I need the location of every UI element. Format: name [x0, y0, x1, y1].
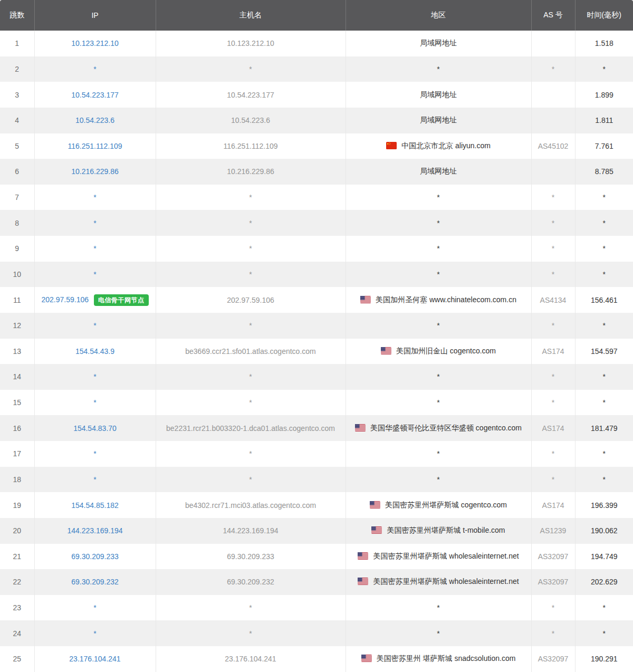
- region-cell: 局域网地址: [346, 82, 531, 108]
- hop-cell: 23: [0, 595, 34, 621]
- region-text: 美国密苏里州 堪萨斯城 snadcsolution.com: [377, 654, 516, 663]
- us-flag-icon: [361, 655, 372, 662]
- ip-link[interactable]: 154.54.43.9: [75, 347, 114, 356]
- ip-cell: 10.216.229.86: [34, 159, 156, 185]
- table-row: 13154.54.43.9be3669.ccr21.sfo01.atlas.co…: [0, 339, 633, 364]
- table-row: 610.216.229.8610.216.229.86局域网地址8.785: [0, 159, 633, 185]
- region-cell: *: [346, 390, 531, 416]
- table-row: 2523.176.104.24123.176.104.241美国密苏里州 堪萨斯…: [0, 646, 633, 672]
- hop-cell: 15: [0, 390, 34, 416]
- hostname-cell: 10.54.223.177: [156, 82, 346, 108]
- ip-link[interactable]: 69.30.209.232: [71, 578, 119, 586]
- latency-cell: *: [575, 185, 633, 210]
- ip-asterisk: *: [93, 65, 96, 73]
- hop-cell: 10: [0, 262, 34, 287]
- ip-cell: 116.251.112.109: [34, 133, 156, 159]
- hostname-cell: 10.54.223.6: [156, 108, 346, 133]
- hostname-cell: 116.251.112.109: [156, 133, 346, 159]
- ip-cell: *: [34, 467, 156, 493]
- hop-cell: 8: [0, 210, 34, 236]
- column-header-hop: 跳数: [0, 0, 34, 31]
- region-cell: *: [346, 467, 531, 493]
- ip-cell: 154.54.43.9: [34, 339, 156, 364]
- latency-cell: 7.761: [575, 133, 633, 159]
- latency-cell: *: [575, 56, 633, 82]
- ip-asterisk: *: [93, 372, 96, 381]
- hostname-cell: *: [156, 441, 346, 467]
- ip-link[interactable]: 154.54.85.182: [71, 501, 119, 510]
- ip-asterisk: *: [93, 603, 96, 612]
- ip-link[interactable]: 10.54.223.6: [75, 116, 114, 124]
- region-text: 局域网地址: [420, 39, 457, 47]
- region-cell: 美国密苏里州堪萨斯城 cogentco.com: [346, 492, 531, 518]
- ip-link[interactable]: 10.123.212.10: [71, 39, 119, 47]
- us-flag-icon: [355, 424, 366, 431]
- column-header-asn: AS 号: [531, 0, 575, 31]
- region-text: 局域网地址: [420, 90, 457, 99]
- ip-link[interactable]: 69.30.209.233: [71, 552, 119, 561]
- latency-cell: *: [575, 262, 633, 287]
- region-text: *: [437, 244, 439, 253]
- hop-cell: 22: [0, 569, 34, 595]
- region-cell: 美国密苏里州堪萨斯城 t-mobile.com: [346, 518, 531, 544]
- asn-cell: *: [531, 390, 575, 416]
- ip-cell: 69.30.209.233: [34, 544, 156, 570]
- table-body: 110.123.212.1010.123.212.10局域网地址1.5182**…: [0, 31, 633, 672]
- hop-cell: 1: [0, 31, 34, 56]
- region-text: 美国华盛顿哥伦比亚特区华盛顿 cogentco.com: [370, 424, 522, 432]
- hop-cell: 19: [0, 492, 34, 518]
- ip-cell: 154.54.83.70: [34, 415, 156, 441]
- hop-cell: 5: [0, 133, 34, 159]
- ip-link[interactable]: 10.54.223.177: [71, 91, 119, 99]
- region-text: *: [437, 270, 439, 279]
- ip-link[interactable]: 10.216.229.86: [71, 167, 119, 176]
- latency-cell: 154.597: [575, 339, 633, 364]
- latency-cell: 156.461: [575, 287, 633, 313]
- region-text: *: [437, 398, 439, 407]
- table-row: 310.54.223.17710.54.223.177局域网地址1.899: [0, 82, 633, 108]
- latency-cell: *: [575, 313, 633, 339]
- table-row: 14*****: [0, 364, 633, 390]
- latency-cell: *: [575, 467, 633, 493]
- hop-cell: 24: [0, 620, 34, 646]
- table-row: 110.123.212.1010.123.212.10局域网地址1.518: [0, 31, 633, 56]
- asn-cell: [531, 108, 575, 133]
- hop-cell: 20: [0, 518, 34, 544]
- region-text: 美国密苏里州堪萨斯城 cogentco.com: [385, 501, 507, 509]
- ip-link[interactable]: 202.97.59.106: [41, 295, 89, 303]
- latency-cell: *: [575, 441, 633, 467]
- hostname-cell: 144.223.169.194: [156, 518, 346, 544]
- hostname-cell: 69.30.209.232: [156, 569, 346, 595]
- us-flag-icon: [360, 296, 371, 303]
- region-text: *: [437, 449, 439, 458]
- ip-link[interactable]: 144.223.169.194: [67, 526, 122, 535]
- asn-cell: *: [531, 56, 575, 82]
- ip-cell: *: [34, 56, 156, 82]
- region-cell: 美国加州圣何塞 www.chinatelecom.com.cn: [346, 287, 531, 313]
- latency-cell: 8.785: [575, 159, 633, 185]
- hop-cell: 4: [0, 108, 34, 133]
- hop-cell: 17: [0, 441, 34, 467]
- table-row: 23*****: [0, 595, 633, 621]
- ip-asterisk: *: [93, 219, 96, 227]
- us-flag-icon: [358, 552, 368, 560]
- column-header-region: 地区: [346, 0, 531, 31]
- hostname-cell: 202.97.59.106: [156, 287, 346, 313]
- us-flag-icon: [370, 501, 380, 508]
- table-header: 跳数 IP 主机名 地区 AS 号 时间(毫秒): [0, 0, 633, 31]
- hop-cell: 14: [0, 364, 34, 390]
- latency-cell: *: [575, 210, 633, 236]
- ip-link[interactable]: 116.251.112.109: [68, 142, 122, 150]
- latency-cell: 202.629: [575, 569, 633, 595]
- ip-cell: *: [34, 236, 156, 262]
- ip-link[interactable]: 23.176.104.241: [69, 655, 120, 663]
- latency-cell: *: [575, 620, 633, 646]
- region-cell: 美国加州旧金山 cogentco.com: [346, 339, 531, 364]
- ip-link[interactable]: 154.54.83.70: [73, 424, 117, 433]
- ip-cell: *: [34, 390, 156, 416]
- ip-asterisk: *: [93, 449, 96, 458]
- latency-cell: 190.062: [575, 518, 633, 544]
- table-row: 18*****: [0, 467, 633, 493]
- traceroute-panel: 跳数 IP 主机名 地区 AS 号 时间(毫秒) 110.123.212.101…: [0, 0, 633, 672]
- region-cell: *: [346, 236, 531, 262]
